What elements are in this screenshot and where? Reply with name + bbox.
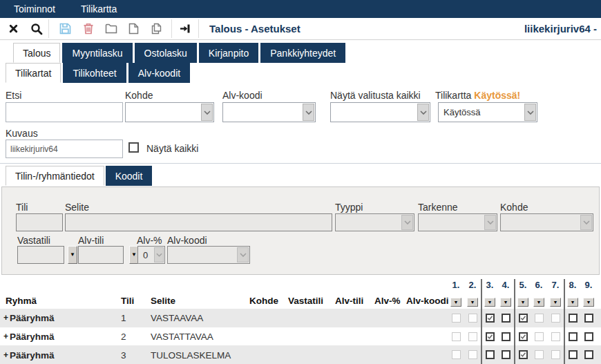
- vastatili-dropdown-button[interactable]: ▼: [68, 246, 77, 264]
- flag-filter-button[interactable]: ▼: [567, 298, 578, 307]
- flag-cell-1: [448, 327, 464, 346]
- flag-column-number: 1.: [452, 280, 460, 290]
- flag-checkbox[interactable]: [502, 350, 511, 359]
- flag-filter-button[interactable]: ▼: [533, 298, 544, 307]
- vastatili-input[interactable]: [17, 246, 64, 264]
- flag-cell-9: [580, 345, 597, 364]
- flag-column-3: 3.▼: [481, 279, 497, 309]
- new-document-icon[interactable]: [122, 20, 145, 38]
- kohde-select[interactable]: [125, 102, 214, 122]
- flag-checkbox: [551, 350, 560, 359]
- folder-icon[interactable]: [99, 20, 122, 38]
- flag-checkbox[interactable]: [569, 332, 578, 341]
- nayta-kaikki-checkbox[interactable]: [128, 142, 139, 153]
- flag-checkbox[interactable]: [584, 332, 593, 341]
- flag-filter-button[interactable]: ▼: [484, 298, 495, 307]
- row-group-label: Pääryhmä: [10, 349, 55, 360]
- expand-icon[interactable]: +: [3, 350, 8, 360]
- flag-checkbox[interactable]: [502, 314, 511, 323]
- flag-checkbox[interactable]: [486, 314, 495, 323]
- chevron-down-icon: [401, 215, 413, 230]
- expand-icon[interactable]: +: [3, 332, 8, 341]
- expand-icon[interactable]: +: [3, 313, 8, 323]
- alv-pct-select[interactable]: 0: [137, 246, 165, 264]
- flag-filter-button[interactable]: ▼: [467, 298, 478, 307]
- tab-myyntilasku[interactable]: Myyntilasku: [62, 43, 132, 63]
- flag-cell-4: [497, 327, 514, 346]
- col-alv-tili: Alv-tili: [335, 296, 363, 306]
- close-icon[interactable]: [2, 20, 25, 38]
- alv-tili-input[interactable]: [78, 246, 124, 264]
- flag-checkbox[interactable]: [519, 332, 528, 341]
- flag-cell-2: [464, 309, 481, 327]
- flag-checkbox[interactable]: [584, 314, 593, 323]
- detail-tab-tilin-ryhm-ntiedot[interactable]: Tilin-/ryhmäntiedot: [6, 166, 104, 186]
- flag-checkbox: [535, 350, 544, 359]
- tyyppi-label: Tyyppi: [335, 202, 363, 213]
- flag-checkbox[interactable]: [486, 350, 495, 359]
- flag-checkbox[interactable]: [502, 332, 511, 341]
- flag-checkbox[interactable]: [486, 332, 495, 341]
- exit-icon[interactable]: [173, 20, 198, 38]
- row-group-label: Pääryhmä: [10, 313, 55, 323]
- flag-filter-button[interactable]: ▼: [550, 298, 561, 307]
- tab-alv-koodit[interactable]: Alv-koodit: [128, 63, 190, 83]
- table-body: +Pääryhmä1VASTAAVAA+Pääryhmä2VASTATTAVAA…: [0, 309, 601, 364]
- menu-toiminnot[interactable]: Toiminnot: [14, 3, 55, 15]
- flag-checkbox[interactable]: [569, 314, 578, 323]
- flag-filter-button[interactable]: ▼: [500, 298, 511, 307]
- flag-checkbox: [468, 332, 477, 341]
- save-icon[interactable]: [54, 20, 77, 38]
- flag-columns-header: 1.▼2.▼3.▼4.▼5.▼6.▼7.▼8.▼9.▼: [448, 279, 597, 309]
- flag-column-number: 6.: [535, 280, 543, 290]
- tili-input[interactable]: [16, 213, 63, 231]
- kohde-detail-select[interactable]: [500, 213, 593, 231]
- flag-column-7: 7.▼: [547, 279, 564, 309]
- flag-checkbox[interactable]: [584, 350, 593, 359]
- flag-checkbox[interactable]: [569, 350, 578, 359]
- flag-checkbox: [452, 332, 461, 341]
- flag-column-2: 2.▼: [464, 279, 481, 309]
- menubar: ToiminnotTilikartta: [0, 0, 601, 18]
- menu-tilikartta[interactable]: Tilikartta: [81, 3, 117, 15]
- flag-cell-9: [580, 327, 597, 346]
- row-tili-value: 1: [121, 313, 126, 323]
- flag-filter-button[interactable]: ▼: [517, 298, 528, 307]
- flag-checkbox[interactable]: [519, 350, 528, 359]
- chevron-down-icon: [524, 104, 536, 121]
- selite-input[interactable]: [65, 213, 332, 231]
- nayta-valitusta-select[interactable]: [330, 102, 430, 122]
- tab-kirjanpito[interactable]: Kirjanpito: [199, 43, 258, 63]
- delete-icon[interactable]: [77, 20, 99, 38]
- tab-talous[interactable]: Talous: [13, 43, 60, 63]
- tarkenne-select[interactable]: [418, 213, 497, 231]
- tab-tilikartat[interactable]: Tilikartat: [6, 63, 61, 83]
- flag-cell-8: [564, 309, 580, 327]
- flag-checkbox[interactable]: [519, 314, 528, 323]
- app-window: ToiminnotTilikartta Talous - Asetukset: [0, 0, 601, 364]
- tilikartta-select[interactable]: Käytössä: [438, 102, 537, 122]
- row-flags: [448, 327, 597, 346]
- table-row[interactable]: +Pääryhmä3TULOSLASKELMA: [0, 345, 601, 364]
- detail-tab-koodit[interactable]: Koodit: [106, 166, 153, 186]
- tili-label: Tili: [16, 202, 28, 213]
- flag-filter-button[interactable]: ▼: [450, 298, 461, 307]
- tab-pankkiyhteydet[interactable]: Pankkiyhteydet: [260, 43, 345, 63]
- tab-tilikohteet[interactable]: Tilikohteet: [63, 63, 126, 83]
- flag-cell-4: [497, 345, 514, 364]
- tab-ostolasku[interactable]: Ostolasku: [135, 43, 197, 63]
- vastatili-label: Vastatili: [17, 235, 50, 246]
- flag-checkbox: [551, 332, 560, 341]
- table-row[interactable]: +Pääryhmä1VASTAAVAA: [0, 309, 601, 327]
- search-icon[interactable]: [25, 20, 48, 38]
- kuvaus-input[interactable]: [6, 140, 123, 158]
- alv-koodi-select[interactable]: [222, 102, 316, 122]
- copy-icon[interactable]: [145, 20, 168, 38]
- tarkenne-label: Tarkenne: [418, 202, 458, 213]
- etsi-input[interactable]: [6, 102, 123, 122]
- row-tili-value: 3: [121, 349, 126, 360]
- alv-koodi-detail-select[interactable]: [167, 246, 250, 264]
- tyyppi-select[interactable]: [335, 213, 414, 231]
- table-row[interactable]: +Pääryhmä2VASTATTAVAA: [0, 327, 601, 346]
- flag-filter-button[interactable]: ▼: [583, 298, 594, 307]
